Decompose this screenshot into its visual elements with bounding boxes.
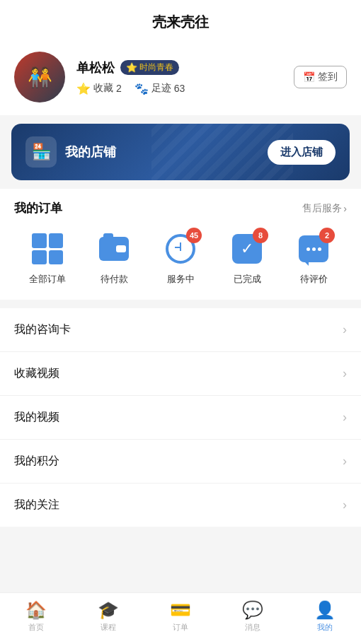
chevron-right-icon: ›	[343, 366, 347, 381]
nav-item-message[interactable]: 💬 消息	[217, 600, 289, 633]
order-item-in-service[interactable]: 45 服务中	[162, 230, 199, 286]
badge-in-service: 45	[186, 228, 202, 243]
orders-section: 我的订单 售后服务 › 全部订单	[0, 189, 361, 300]
orders-title: 我的订单	[14, 200, 62, 216]
profile-section: 🧑‍🤝‍🧑 单松松 ⭐ 时尚青春 ⭐ 收藏 2 🐾 足迹 63	[0, 39, 361, 115]
all-orders-icon	[32, 233, 63, 264]
avatar[interactable]: 🧑‍🤝‍🧑	[14, 52, 65, 103]
nav-label-order: 订单	[173, 622, 188, 633]
message-icon: 💬	[242, 600, 263, 620]
paw-icon: 🐾	[134, 82, 149, 95]
order-item-pending-payment[interactable]: 待付款	[96, 230, 132, 286]
menu-list: 我的咨询卡 › 收藏视频 › 我的视频 › 我的积分 › 我的关注 ›	[0, 308, 361, 527]
graduation-icon: 🎓	[98, 600, 119, 620]
profile-name: 单松松	[76, 59, 115, 76]
order-item-all[interactable]: 全部订单	[29, 230, 66, 286]
calendar-icon: 📅	[303, 71, 315, 83]
chevron-right-icon: ›	[343, 454, 347, 469]
badge-star-icon: ⭐	[126, 62, 137, 73]
menu-item-my-follows[interactable]: 我的关注 ›	[0, 484, 361, 527]
chevron-right-icon: ›	[343, 203, 347, 214]
page-title: 壳来壳往	[152, 14, 209, 30]
nav-label-profile: 我的	[317, 622, 333, 633]
chevron-right-icon: ›	[343, 410, 347, 425]
nav-item-course[interactable]: 🎓 课程	[72, 600, 144, 633]
order-label-pending-review: 待评价	[300, 273, 328, 286]
bottom-nav: 🏠 首页 🎓 课程 💳 订单 💬 消息 👤 我的	[0, 592, 361, 644]
nav-item-profile[interactable]: 👤 我的	[289, 600, 361, 633]
checkin-button[interactable]: 📅 签到	[294, 66, 347, 88]
wallet-icon	[99, 237, 129, 261]
favorites-stat[interactable]: ⭐ 收藏 2	[76, 82, 122, 95]
chevron-right-icon: ›	[343, 498, 347, 513]
menu-item-my-videos[interactable]: 我的视频 ›	[0, 396, 361, 440]
menu-item-my-points[interactable]: 我的积分 ›	[0, 440, 361, 484]
store-banner[interactable]: 🏪 我的店铺 进入店铺	[11, 124, 350, 180]
header: 壳来壳往	[0, 0, 361, 39]
nav-item-order[interactable]: 💳 订单	[144, 600, 217, 633]
store-icon: 🏪	[25, 136, 57, 168]
star-icon: ⭐	[76, 82, 91, 95]
order-label-in-service: 服务中	[167, 273, 195, 286]
enter-store-button[interactable]: 进入店铺	[268, 140, 336, 165]
order-label-completed: 已完成	[234, 273, 261, 286]
nav-label-course: 课程	[101, 622, 116, 633]
nav-label-home: 首页	[28, 622, 44, 633]
badge-pending-review: 2	[319, 228, 335, 243]
order-item-completed[interactable]: ✓ 8 已完成	[229, 230, 265, 286]
aftersale-link[interactable]: 售后服务 ›	[302, 202, 347, 215]
profile-badge: ⭐ 时尚青春	[120, 60, 179, 75]
store-label: 我的店铺	[65, 144, 116, 160]
order-label-pending-payment: 待付款	[101, 273, 128, 286]
home-icon: 🏠	[25, 600, 47, 620]
order-label-all: 全部订单	[29, 273, 66, 286]
profile-icon: 👤	[314, 600, 336, 620]
chevron-right-icon: ›	[343, 322, 347, 337]
orders-header: 我的订单 售后服务 ›	[14, 200, 347, 216]
nav-label-message: 消息	[245, 622, 260, 633]
menu-item-saved-videos[interactable]: 收藏视频 ›	[0, 352, 361, 396]
badge-completed: 8	[253, 228, 268, 243]
order-item-pending-review[interactable]: 2 待评价	[295, 230, 332, 286]
menu-item-consulting-card[interactable]: 我的咨询卡 ›	[0, 308, 361, 352]
orders-icons: 全部订单 待付款 45 服务中	[14, 230, 347, 286]
footprints-stat[interactable]: 🐾 足迹 63	[134, 82, 185, 95]
nav-item-home[interactable]: 🏠 首页	[0, 600, 72, 633]
card-icon: 💳	[170, 600, 191, 620]
store-left: 🏪 我的店铺	[25, 136, 116, 168]
